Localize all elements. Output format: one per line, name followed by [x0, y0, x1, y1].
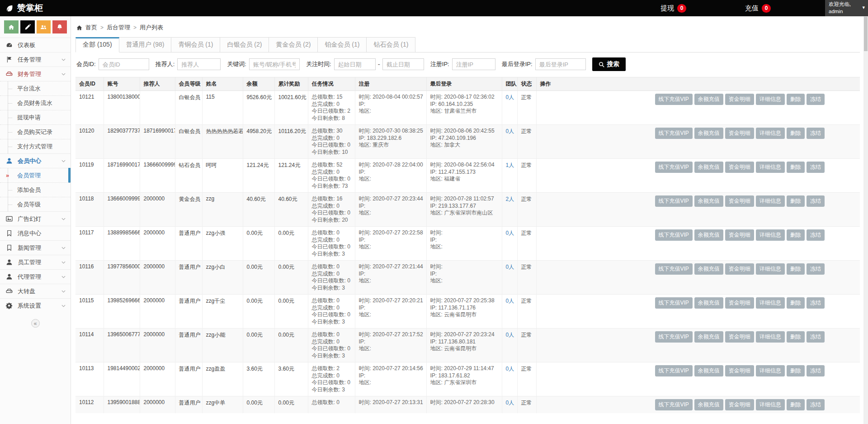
action-button-0[interactable]: 线下充值VIP	[655, 195, 693, 207]
action-button-2[interactable]: 资金明细	[725, 128, 754, 139]
sidebar-item-2[interactable]: 财务管理	[0, 67, 71, 81]
action-button-2[interactable]: 资金明细	[725, 263, 754, 275]
team-count-link[interactable]: 1人	[506, 162, 514, 168]
action-button-5[interactable]: 冻结	[807, 229, 825, 241]
action-button-1[interactable]: 余额充值	[694, 229, 723, 241]
action-button-2[interactable]: 资金明细	[725, 162, 754, 173]
action-button-3[interactable]: 详细信息	[756, 94, 785, 105]
action-button-0[interactable]: 线下充值VIP	[655, 229, 693, 241]
action-button-5[interactable]: 冻结	[807, 195, 825, 207]
action-button-4[interactable]: 删除	[787, 128, 805, 139]
action-button-1[interactable]: 余额充值	[694, 399, 723, 410]
sidebar-subitem-7[interactable]: 支付方式管理	[0, 139, 71, 153]
action-button-3[interactable]: 详细信息	[756, 128, 785, 139]
action-button-5[interactable]: 冻结	[807, 162, 825, 173]
sidebar-item-13[interactable]: 消息中心	[0, 226, 71, 240]
sidebar-subitem-3[interactable]: 平台流水	[0, 81, 71, 95]
action-button-2[interactable]: 资金明细	[725, 331, 754, 343]
sidebar-subitem-10[interactable]: 添加会员	[0, 182, 71, 197]
search-button[interactable]: 搜索	[592, 57, 626, 71]
sidebar-item-17[interactable]: 大转盘	[0, 284, 71, 298]
action-button-3[interactable]: 详细信息	[756, 399, 785, 410]
action-button-5[interactable]: 冻结	[807, 263, 825, 275]
withdraw-button[interactable]: 提现 0	[660, 4, 686, 13]
action-button-1[interactable]: 余额充值	[694, 94, 723, 105]
team-count-link[interactable]: 0人	[506, 128, 514, 134]
action-button-4[interactable]: 删除	[787, 94, 805, 105]
home-quick-button[interactable]	[4, 20, 19, 33]
action-button-5[interactable]: 冻结	[807, 297, 825, 309]
team-count-link[interactable]: 0人	[506, 366, 514, 372]
notifications-quick-button[interactable]	[52, 20, 67, 33]
sidebar-item-18[interactable]: 系统设置	[0, 298, 71, 313]
sidebar-subitem-6[interactable]: 会员购买记录	[0, 124, 71, 139]
action-button-3[interactable]: 详细信息	[756, 297, 785, 309]
date-range-end-input[interactable]	[382, 58, 424, 70]
tab-4[interactable]: 黄金会员 (2)	[269, 37, 318, 52]
team-count-link[interactable]: 0人	[506, 264, 514, 270]
action-button-4[interactable]: 删除	[787, 399, 805, 410]
action-button-3[interactable]: 详细信息	[756, 195, 785, 207]
action-button-3[interactable]: 详细信息	[756, 162, 785, 173]
team-count-link[interactable]: 0人	[506, 230, 514, 236]
register-ip-input[interactable]	[452, 58, 495, 70]
action-button-4[interactable]: 删除	[787, 365, 805, 376]
action-button-2[interactable]: 资金明细	[725, 399, 754, 410]
action-button-5[interactable]: 冻结	[807, 94, 825, 105]
action-button-2[interactable]: 资金明细	[725, 365, 754, 376]
sidebar-item-15[interactable]: 员工管理	[0, 255, 71, 269]
action-button-4[interactable]: 删除	[787, 331, 805, 343]
action-button-5[interactable]: 冻结	[807, 331, 825, 343]
action-button-0[interactable]: 线下充值VIP	[655, 128, 693, 139]
brand[interactable]: 赞掌柜	[0, 2, 43, 14]
members-quick-button[interactable]	[37, 20, 51, 33]
action-button-2[interactable]: 资金明细	[725, 297, 754, 309]
action-button-1[interactable]: 余额充值	[694, 162, 723, 173]
sidebar-subitem-5[interactable]: 提现申请	[0, 110, 71, 124]
sidebar-item-8[interactable]: 会员中心	[0, 153, 71, 168]
action-button-0[interactable]: 线下充值VIP	[655, 365, 693, 376]
team-count-link[interactable]: 0人	[506, 94, 514, 100]
scrollbar-thumb[interactable]	[864, 17, 868, 51]
recharge-button[interactable]: 充值 0	[745, 4, 771, 13]
breadcrumb-admin[interactable]: 后台管理	[107, 24, 130, 32]
action-button-4[interactable]: 删除	[787, 297, 805, 309]
action-button-0[interactable]: 线下充值VIP	[655, 94, 693, 105]
action-button-5[interactable]: 冻结	[807, 128, 825, 139]
tab-0[interactable]: 全部 (105)	[75, 37, 119, 52]
action-button-3[interactable]: 详细信息	[756, 365, 785, 376]
edit-quick-button[interactable]	[20, 20, 35, 33]
breadcrumb-home[interactable]: 首页	[85, 24, 97, 32]
last-login-ip-input[interactable]	[535, 58, 586, 70]
action-button-0[interactable]: 线下充值VIP	[655, 297, 693, 309]
team-count-link[interactable]: 2人	[506, 196, 514, 202]
action-button-3[interactable]: 详细信息	[756, 229, 785, 241]
team-count-link[interactable]: 0人	[506, 332, 514, 338]
action-button-1[interactable]: 余额充值	[694, 297, 723, 309]
team-count-link[interactable]: 0人	[506, 400, 514, 406]
action-button-1[interactable]: 余额充值	[694, 195, 723, 207]
sidebar-subitem-11[interactable]: 会员等级	[0, 197, 71, 211]
referrer-input[interactable]	[177, 58, 221, 70]
action-button-2[interactable]: 资金明细	[725, 195, 754, 207]
sidebar-item-12[interactable]: 广告幻灯	[0, 211, 71, 226]
sidebar-collapse-button[interactable]: «	[31, 319, 40, 328]
sidebar-subitem-9[interactable]: »会员管理	[0, 168, 71, 182]
tab-5[interactable]: 铂金会员 (1)	[317, 37, 367, 52]
action-button-3[interactable]: 详细信息	[756, 331, 785, 343]
action-button-4[interactable]: 删除	[787, 195, 805, 207]
action-button-5[interactable]: 冻结	[807, 365, 825, 376]
action-button-2[interactable]: 资金明细	[725, 229, 754, 241]
action-button-1[interactable]: 余额充值	[694, 365, 723, 376]
action-button-0[interactable]: 线下充值VIP	[655, 331, 693, 343]
action-button-4[interactable]: 删除	[787, 229, 805, 241]
tab-6[interactable]: 钻石会员 (1)	[366, 37, 415, 52]
tab-3[interactable]: 白银会员 (2)	[220, 37, 269, 52]
sidebar-subitem-4[interactable]: 会员财务流水	[0, 95, 71, 110]
action-button-3[interactable]: 详细信息	[756, 263, 785, 275]
tab-2[interactable]: 青铜会员 (1)	[171, 37, 220, 52]
action-button-4[interactable]: 删除	[787, 263, 805, 275]
action-button-4[interactable]: 删除	[787, 162, 805, 173]
keyword-input[interactable]	[249, 58, 300, 70]
tab-1[interactable]: 普通用户 (98)	[119, 37, 172, 52]
